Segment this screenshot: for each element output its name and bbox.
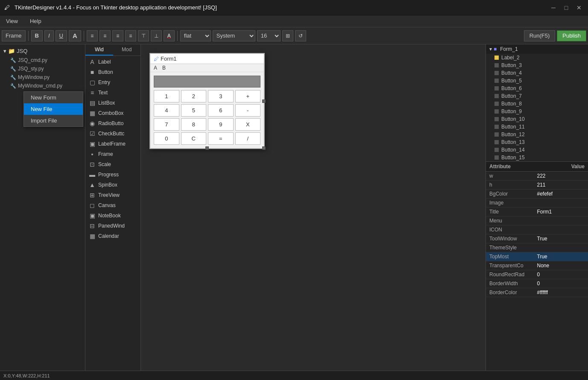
resize-handle-right-middle[interactable] (262, 99, 266, 103)
props-row-h[interactable]: h 211 (486, 181, 588, 190)
maximize-button[interactable]: □ (562, 3, 571, 12)
props-row-title[interactable]: Title Form1 (486, 208, 588, 216)
calc-btn-eq[interactable]: = (208, 132, 234, 145)
resize-handle-bottom-middle[interactable] (205, 146, 209, 150)
props-row-themestyle[interactable]: ThemeStyle (486, 243, 588, 252)
align-middle-button[interactable]: ⊥ (151, 30, 162, 41)
calc-btn-9[interactable]: 9 (208, 118, 234, 131)
widget-canvas[interactable]: ◻ Canvas (85, 200, 140, 210)
canvas-area[interactable]: 🖊 Form1 A B 1 2 3 + 4 5 6 - 7 (141, 44, 486, 371)
minimize-button[interactable]: ─ (549, 3, 558, 12)
form-window[interactable]: 🖊 Form1 A B 1 2 3 + 4 5 6 - 7 (149, 53, 265, 149)
bold-button[interactable]: B (31, 30, 43, 41)
props-row-w[interactable]: w 222 (486, 172, 588, 181)
props-row-menu[interactable]: Menu (486, 216, 588, 225)
widget-entry[interactable]: ▢ Entry (85, 77, 140, 88)
props-row-bgcolor[interactable]: BgColor #efefef (486, 190, 588, 199)
calc-btn-6[interactable]: 6 (208, 104, 234, 117)
right-tree-button-11[interactable]: Button_11 (486, 123, 588, 131)
calc-btn-0[interactable]: 0 (154, 132, 179, 145)
run-button[interactable]: Run(F5) (524, 30, 556, 41)
size-select[interactable]: 8 10 12 14 16 18 20 24 (257, 30, 281, 41)
context-menu-import-file[interactable]: Import File (24, 115, 83, 126)
calc-btn-3[interactable]: 3 (208, 90, 234, 102)
widget-button[interactable]: ■ Button (85, 67, 140, 77)
right-tree-label-2[interactable]: Label_2 (486, 54, 588, 61)
right-tree-button-7[interactable]: Button_7 (486, 92, 588, 100)
props-row-borderwidth[interactable]: BorderWidth 0 (486, 279, 588, 288)
right-tree-button-6[interactable]: Button_6 (486, 85, 588, 92)
calc-btn-5[interactable]: 5 (181, 104, 207, 117)
calc-btn-1[interactable]: 1 (154, 90, 179, 102)
props-row-bordercolor[interactable]: BorderColor #ffffff (486, 288, 588, 297)
right-tree-button-15[interactable]: Button_15 (486, 154, 588, 161)
calc-btn-plus[interactable]: + (235, 90, 261, 102)
calc-btn-7[interactable]: 7 (154, 118, 179, 131)
tree-file-mywindow[interactable]: 🔧 MyWindow.py (0, 73, 85, 82)
align-top-button[interactable]: ⊤ (138, 30, 149, 41)
right-tree-button-4[interactable]: Button_4 (486, 69, 588, 77)
widget-spinbox[interactable]: ▲ SpinBox (85, 180, 140, 190)
widget-panedwindow[interactable]: ⊟ PanedWind (85, 221, 140, 231)
align-center-button[interactable]: ≡ (99, 30, 111, 41)
tab-wid[interactable]: Wid (85, 44, 113, 56)
right-tree-button-5[interactable]: Button_5 (486, 77, 588, 85)
right-tree-button-12[interactable]: Button_12 (486, 131, 588, 138)
context-menu-new-form[interactable]: New Form (24, 92, 83, 103)
props-row-transparentco[interactable]: TransparentCo None (486, 261, 588, 270)
widget-progress[interactable]: ▬ Progress (85, 170, 140, 180)
props-row-toolwindow[interactable]: ToolWindow True (486, 234, 588, 243)
calc-btn-c[interactable]: C (181, 132, 207, 145)
font-a-button[interactable]: A (69, 30, 81, 41)
right-tree-button-9[interactable]: Button_9 (486, 108, 588, 115)
right-tree-button-14[interactable]: Button_14 (486, 146, 588, 154)
widget-calendar[interactable]: ▦ Calendar (85, 231, 140, 241)
props-row-icon[interactable]: ICON (486, 225, 588, 234)
widget-text[interactable]: ≡ Text (85, 88, 140, 98)
tree-file-jsq-cmd[interactable]: 🔧 JSQ_cmd.py (0, 56, 85, 64)
props-row-image[interactable]: Image (486, 199, 588, 208)
widget-labelframe[interactable]: ▣ LabelFrame (85, 139, 140, 149)
tree-file-mywindow-cmd[interactable]: 🔧 MyWindow_cmd.py (0, 82, 85, 90)
refresh-button[interactable]: ↺ (295, 30, 306, 41)
right-tree-button-8[interactable]: Button_8 (486, 100, 588, 108)
align-left-button[interactable]: ≡ (87, 30, 98, 41)
widget-treeview[interactable]: ⊞ TreeView (85, 190, 140, 200)
calc-btn-x[interactable]: X (235, 118, 261, 131)
form-menu-b[interactable]: B (162, 65, 166, 71)
right-tree-button-10[interactable]: Button_10 (486, 115, 588, 123)
widget-checkbutton[interactable]: ☑ CheckButtc (85, 129, 140, 139)
context-menu-new-file[interactable]: New File (24, 103, 83, 115)
widget-notebook[interactable]: ▣ NoteBook (85, 210, 140, 221)
props-row-topmost[interactable]: TopMost True (486, 252, 588, 261)
widget-listbox[interactable]: ▤ ListBox (85, 98, 140, 108)
calc-btn-div[interactable]: / (235, 132, 261, 145)
calc-btn-8[interactable]: 8 (181, 118, 207, 131)
calc-btn-2[interactable]: 2 (181, 90, 207, 102)
props-row-roundrectrad[interactable]: RoundRectRad 0 (486, 270, 588, 279)
style-select[interactable]: flat raised sunken groove ridge (180, 30, 211, 41)
right-tree-collapse[interactable]: ▾ (489, 46, 492, 52)
widget-label[interactable]: A Label (85, 57, 140, 67)
widget-combobox[interactable]: ▦ ComboBox (85, 108, 140, 118)
form-menu-a[interactable]: A (154, 65, 157, 71)
underline-button[interactable]: U (56, 30, 67, 41)
publish-button[interactable]: Publish (557, 30, 586, 41)
widget-frame[interactable]: ▪ Frame (85, 149, 140, 159)
italic-button[interactable]: I (44, 30, 54, 41)
font-color-button[interactable]: A (164, 30, 175, 41)
widget-radiobutton[interactable]: ◉ RadioButto (85, 118, 140, 129)
align-right-button[interactable]: ≡ (112, 30, 123, 41)
right-tree-button-13[interactable]: Button_13 (486, 138, 588, 146)
menu-help[interactable]: Help (27, 17, 44, 25)
widget-scale[interactable]: ⊡ Scale (85, 159, 140, 170)
calc-btn-minus[interactable]: - (235, 104, 261, 117)
font-select[interactable]: System Arial Times New Roman Courier New (213, 30, 255, 41)
tree-file-jsq-sty[interactable]: 🔧 JSQ_sty.py (0, 64, 85, 73)
tree-root-jsq[interactable]: ▾ 📁 JSQ (0, 46, 85, 56)
tab-mod[interactable]: Mod (113, 44, 141, 56)
align-justify-button[interactable]: ≡ (125, 30, 136, 41)
grid-button[interactable]: ⊞ (282, 30, 293, 41)
right-tree-button-3[interactable]: Button_3 (486, 61, 588, 69)
menu-view[interactable]: View (3, 17, 20, 25)
